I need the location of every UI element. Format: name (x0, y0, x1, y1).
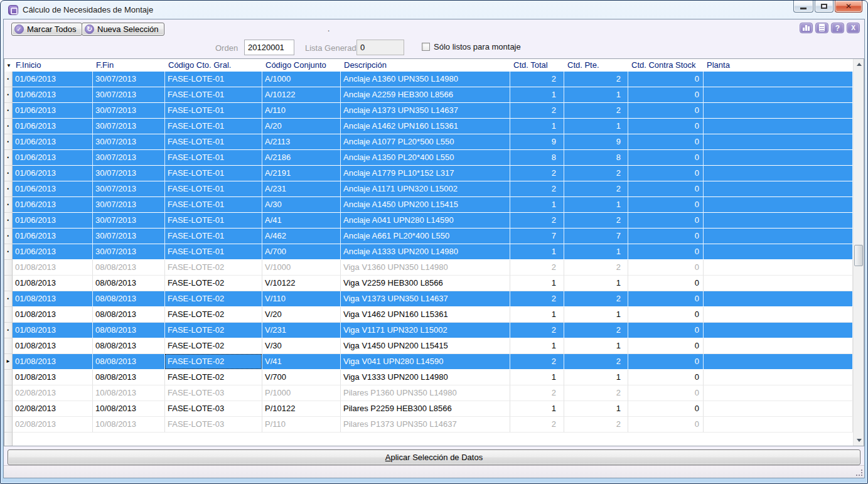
cell-ctd_stock[interactable]: 0 (628, 417, 704, 433)
cell-planta[interactable] (704, 291, 853, 307)
report-icon-button[interactable] (815, 23, 828, 33)
selected-row-marker[interactable]: ▪ (4, 72, 13, 87)
cell-ctd_stock[interactable]: 0 (628, 370, 704, 385)
cell-planta[interactable] (704, 401, 853, 417)
cell-cto_gral[interactable]: FASE-LOTE-02 (165, 291, 262, 307)
marcar-todos-button[interactable]: Marcar Todos (11, 23, 82, 36)
cell-cto_gral[interactable]: FASE-LOTE-01 (165, 213, 262, 229)
cell-planta[interactable] (704, 87, 853, 103)
cell-descripcion[interactable]: Anclaje A1373 UPN350 L14637 (341, 103, 510, 119)
cell-ctd_pte[interactable]: 1 (564, 370, 628, 385)
solo-listos-checkbox[interactable]: Sólo listos para montaje (422, 42, 521, 51)
cell-f_inicio[interactable]: 01/06/2013 (13, 166, 93, 181)
cell-ctd_pte[interactable]: 1 (564, 401, 628, 417)
cell-planta[interactable] (704, 213, 853, 229)
cell-conjunto[interactable]: A/2113 (262, 134, 341, 150)
grid-row[interactable]: ▪01/06/201330/07/2013FASE-LOTE-01A/2186A… (4, 150, 853, 166)
cell-ctd_stock[interactable]: 0 (628, 276, 704, 291)
resize-grip-icon[interactable] (855, 468, 862, 476)
cell-ctd_pte[interactable]: 2 (564, 417, 628, 433)
cell-ctd_pte[interactable]: 1 (564, 307, 628, 323)
selected-row-marker[interactable]: ▪ (4, 213, 13, 229)
cell-cto_gral[interactable]: FASE-LOTE-01 (165, 181, 262, 197)
header-cell-conjunto[interactable]: Código Conjunto (263, 59, 341, 72)
cell-ctd_total[interactable]: 2 (510, 323, 564, 338)
cell-ctd_total[interactable]: 2 (510, 291, 564, 307)
cell-ctd_pte[interactable]: 8 (564, 150, 628, 166)
nueva-seleccion-button[interactable]: Nueva Selección (82, 23, 164, 36)
cell-f_fin[interactable]: 08/08/2013 (93, 291, 165, 307)
selected-row-marker[interactable]: ▪ (4, 150, 13, 166)
selected-row-marker[interactable]: ▪ (4, 323, 13, 338)
cell-planta[interactable] (704, 134, 853, 150)
row-selector[interactable] (4, 338, 13, 354)
selected-row-marker[interactable]: ▪ (4, 181, 13, 197)
cell-cto_gral[interactable]: FASE-LOTE-01 (165, 197, 262, 213)
row-selector[interactable] (4, 307, 13, 323)
grid-row[interactable]: 01/08/201308/08/2013FASE-LOTE-02V/20Viga… (4, 307, 853, 323)
header-cell-descripcion[interactable]: Descripción (341, 59, 511, 72)
cell-conjunto[interactable]: V/30 (262, 338, 341, 354)
cell-ctd_total[interactable]: 2 (510, 260, 564, 276)
header-cell-ctd_total[interactable]: Ctd. Total (511, 59, 565, 72)
cell-ctd_total[interactable]: 1 (510, 244, 564, 260)
cell-ctd_stock[interactable]: 0 (628, 323, 704, 338)
cell-ctd_pte[interactable]: 2 (564, 260, 628, 276)
grid-row[interactable]: ▪01/06/201330/07/2013FASE-LOTE-01A/30Anc… (4, 197, 853, 213)
cell-cto_gral[interactable]: FASE-LOTE-02 (165, 370, 262, 385)
cell-planta[interactable] (704, 260, 853, 276)
cell-ctd_pte[interactable]: 7 (564, 229, 628, 244)
minimize-button[interactable] (793, 1, 813, 13)
cell-cto_gral[interactable]: FASE-LOTE-02 (165, 307, 262, 323)
cell-planta[interactable] (704, 307, 853, 323)
cell-ctd_total[interactable]: 1 (510, 401, 564, 417)
cell-planta[interactable] (704, 276, 853, 291)
cell-ctd_pte[interactable]: 2 (564, 181, 628, 197)
cell-ctd_total[interactable]: 1 (510, 307, 564, 323)
grid-row[interactable]: ▪01/06/201330/07/2013FASE-LOTE-01A/700An… (4, 244, 853, 260)
cell-cto_gral[interactable]: FASE-LOTE-02 (165, 354, 262, 370)
cell-ctd_stock[interactable]: 0 (628, 181, 704, 197)
cell-planta[interactable] (704, 244, 853, 260)
grid-row[interactable]: ▪01/06/201330/07/2013FASE-LOTE-01A/110An… (4, 103, 853, 119)
selected-row-marker[interactable]: ▪ (4, 197, 13, 213)
cell-ctd_pte[interactable]: 1 (564, 244, 628, 260)
cell-conjunto[interactable]: A/110 (262, 103, 341, 119)
cell-planta[interactable] (704, 229, 853, 244)
row-selector[interactable] (4, 417, 13, 433)
header-cell-ctd_stock[interactable]: Ctd. Contra Stock (629, 59, 704, 72)
cell-f_inicio[interactable]: 01/06/2013 (13, 229, 93, 244)
cell-ctd_total[interactable]: 1 (510, 87, 564, 103)
grid-row[interactable]: ▪01/06/201330/07/2013FASE-LOTE-01A/2113A… (4, 134, 853, 150)
cell-conjunto[interactable]: V/20 (262, 307, 341, 323)
cell-f_fin[interactable]: 30/07/2013 (93, 87, 165, 103)
cell-conjunto[interactable]: A/2191 (262, 166, 341, 181)
cell-planta[interactable] (704, 354, 853, 370)
grid-row[interactable]: 01/08/201308/08/2013FASE-LOTE-02V/30Viga… (4, 338, 853, 354)
cell-ctd_pte[interactable]: 2 (564, 213, 628, 229)
cell-planta[interactable] (704, 72, 853, 87)
cell-ctd_total[interactable]: 2 (510, 181, 564, 197)
header-cell-planta[interactable]: Planta (704, 59, 853, 72)
cell-conjunto[interactable]: V/700 (262, 370, 341, 385)
selected-row-marker[interactable]: ▪ (4, 87, 13, 103)
cell-cto_gral[interactable]: FASE-LOTE-02 (165, 338, 262, 354)
vertical-scrollbar[interactable] (853, 59, 864, 446)
orden-input[interactable] (244, 40, 294, 55)
cell-f_inicio[interactable]: 01/08/2013 (13, 291, 93, 307)
cell-f_fin[interactable]: 10/08/2013 (93, 417, 165, 433)
cell-ctd_pte[interactable]: 2 (564, 323, 628, 338)
scroll-up-button[interactable] (854, 59, 864, 70)
grid-row[interactable]: ▪01/06/201330/07/2013FASE-LOTE-01A/20Anc… (4, 119, 853, 134)
cell-cto_gral[interactable]: FASE-LOTE-03 (165, 401, 262, 417)
cell-ctd_total[interactable]: 1 (510, 276, 564, 291)
grid-row[interactable]: 02/08/201310/08/2013FASE-LOTE-03P/110Pil… (4, 417, 853, 433)
cell-ctd_stock[interactable]: 0 (628, 119, 704, 134)
grid-row[interactable]: ►01/08/201308/08/2013FASE-LOTE-02V/41Vig… (4, 354, 853, 370)
cell-ctd_total[interactable]: 2 (510, 354, 564, 370)
cell-descripcion[interactable]: Anclaje A1171 UPN320 L15002 (341, 181, 510, 197)
row-selector[interactable] (4, 370, 13, 385)
cell-descripcion[interactable]: Anclaje A2259 HEB300 L8566 (341, 87, 510, 103)
cell-cto_gral[interactable]: FASE-LOTE-01 (165, 244, 262, 260)
cell-cto_gral[interactable]: FASE-LOTE-01 (165, 166, 262, 181)
